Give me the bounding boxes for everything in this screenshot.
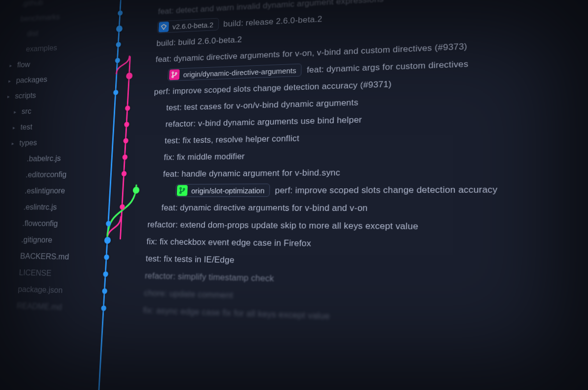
svg-point-1 [172, 76, 173, 78]
caret-icon: ▸ [7, 91, 12, 102]
tag-label: origin/slot-optimization [191, 186, 265, 194]
tree-item[interactable]: .flowconfig [0, 215, 97, 233]
commit-dot[interactable] [121, 171, 126, 177]
tree-item[interactable]: ▸src [6, 101, 104, 120]
svg-point-2 [175, 73, 177, 74]
commit-dot[interactable] [104, 255, 109, 260]
commit-message: refactor: extend dom-props update skip t… [147, 220, 418, 231]
commit-row[interactable]: feat: dynamic directive arguments for v-… [148, 198, 588, 218]
tree-item[interactable]: README.md [0, 297, 92, 317]
commit-dot[interactable] [126, 73, 133, 79]
tree-item-label: .gitignore [21, 232, 52, 248]
tree-item-label: .babelrc.js [26, 151, 61, 167]
tree-item[interactable]: ▸types [3, 133, 102, 151]
tree-item-label: examples [25, 40, 58, 57]
tree-item[interactable]: ▸test [4, 117, 102, 135]
tree-item-label: dist [26, 26, 39, 42]
commit-message: fix: fix middle modifier [164, 152, 245, 161]
commit-dot[interactable] [116, 42, 121, 47]
caret-icon: ▸ [12, 122, 17, 132]
branch-icon [169, 69, 180, 80]
commit-message: build: build 2.6.0-beta.2 [156, 35, 242, 48]
tree-item[interactable]: .gitignore [0, 232, 96, 249]
commit-message: fix: fix checkbox event edge case in Fir… [147, 237, 311, 248]
tree-item-label: .github [21, 0, 44, 11]
commit-dot[interactable] [102, 288, 107, 294]
branch-tag[interactable]: origin/dynamic-directive-arguments [168, 63, 302, 81]
svg-point-3 [180, 187, 181, 189]
commit-message: feat: dynamic directive arguments for v-… [161, 203, 368, 212]
commit-dot[interactable] [124, 122, 129, 127]
branch-icon [177, 185, 188, 196]
svg-point-4 [180, 192, 181, 193]
tree-item-label: .eslintignore [24, 183, 65, 199]
commit-row[interactable]: origin/slot-optimizationperf: improve sc… [149, 179, 588, 199]
tree-item-label: flow [17, 57, 30, 73]
commit-message: refactor: v-bind dynamic arguments use b… [165, 115, 362, 129]
tree-item[interactable]: package.json [0, 281, 93, 300]
commit-message: refactor: simplify timestamp check [145, 271, 274, 283]
tree-item[interactable]: LICENSE [0, 264, 94, 283]
commit-message: feat: handle dynamic argument for v-bind… [163, 168, 340, 178]
tree-item-label: BACKERS.md [20, 248, 70, 265]
commit-dot[interactable] [118, 10, 123, 16]
commit-dot[interactable] [125, 105, 130, 111]
commit-message: test: fix tests in IE/Edge [146, 254, 235, 264]
merge-commit-dot[interactable] [104, 237, 111, 244]
commit-message: fix: async edge case fix for all keys ex… [143, 306, 330, 320]
tree-item[interactable]: .eslintignore [0, 182, 99, 199]
commit-history: build: build 2.6.0-beta.2build: fix feat… [83, 0, 588, 390]
commit-message: build: release 2.6.0-beta.2 [223, 15, 322, 28]
caret-icon: ▸ [8, 76, 13, 86]
commit-dot[interactable] [116, 26, 122, 32]
tree-item-label: types [19, 135, 37, 151]
tree-item-label: .flowconfig [22, 215, 58, 232]
caret-icon: ▸ [14, 106, 19, 117]
commit-dot[interactable] [113, 90, 118, 95]
tag-label: v2.6.0-beta.2 [172, 21, 214, 30]
tree-item-label: .editorconfig [25, 166, 67, 183]
tree-item-label: src [21, 104, 32, 120]
tree-item-label: test [20, 119, 33, 135]
tree-item-label: scripts [15, 88, 37, 104]
tree-item[interactable]: .eslintrc.js [0, 199, 98, 216]
svg-point-5 [183, 188, 185, 190]
caret-icon [14, 4, 19, 4]
branch-tag[interactable]: origin/slot-optimization [175, 183, 270, 197]
tree-item-label: packages [16, 72, 48, 88]
tree-item-label: package.json [17, 281, 63, 299]
tree-item[interactable]: .editorconfig [1, 166, 99, 183]
commit-message: feat: dynamic args for custom directives [307, 59, 468, 74]
commit-dot[interactable] [122, 155, 127, 160]
commit-message: test: test cases for v-on/v-bind dynamic… [166, 98, 358, 112]
release-tag[interactable]: v2.6.0-beta.2 [157, 18, 219, 33]
tree-item-label: benchmarks [20, 9, 61, 27]
commit-dot[interactable] [103, 271, 108, 277]
svg-point-0 [172, 72, 173, 74]
tree-item[interactable]: BACKERS.md [0, 248, 95, 266]
commit-dot[interactable] [123, 138, 128, 143]
commit-dot[interactable] [101, 305, 106, 311]
tree-item-label: README.md [16, 298, 62, 316]
commit-message: test: fix tests, resolve helper conflict [165, 134, 299, 145]
commit-message: chore: update comment [144, 288, 233, 300]
tag-label: origin/dynamic-directive-arguments [183, 66, 296, 78]
tree-item[interactable]: .babelrc.js [2, 150, 101, 167]
tree-item-label: LICENSE [19, 264, 52, 282]
caret-icon: ▸ [9, 60, 14, 71]
commit-message: perf: improve scoped slots change detect… [275, 185, 497, 195]
caret-icon: ▸ [11, 138, 16, 149]
tree-item-label: .eslintrc.js [23, 199, 57, 215]
